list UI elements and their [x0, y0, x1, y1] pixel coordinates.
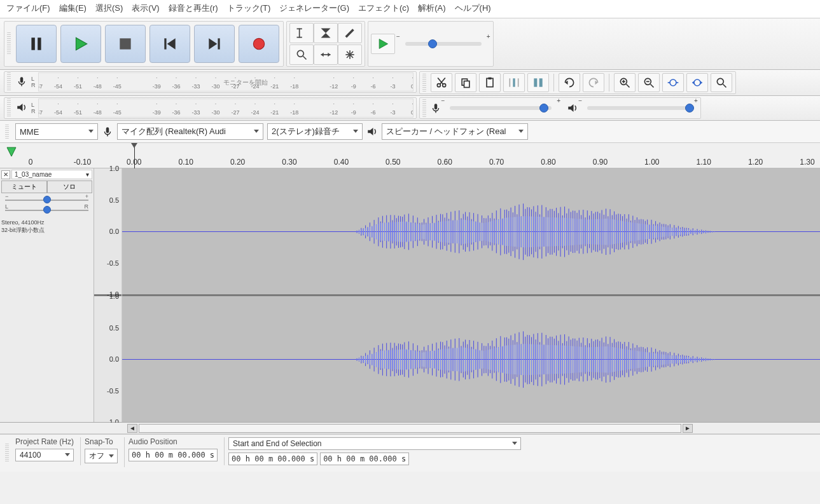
svg-marker-13 — [321, 33, 331, 38]
copy-icon[interactable] — [455, 73, 476, 92]
gripper-icon[interactable] — [422, 74, 426, 92]
menu-view[interactable]: 表示(V) — [132, 3, 159, 14]
zoom-in-icon[interactable] — [614, 73, 636, 92]
menu-effect[interactable]: エフェクト(c) — [358, 3, 409, 14]
close-track-button[interactable]: ✕ — [1, 170, 10, 179]
svg-rect-7 — [218, 38, 219, 49]
trim-icon[interactable] — [503, 73, 525, 92]
waveform-area[interactable] — [122, 168, 820, 422]
meter-row-2: LR -57·-54·-51·-48·-45·-39·-36·-33·-30·-… — [0, 96, 820, 121]
gripper-icon[interactable] — [5, 125, 9, 139]
svg-point-54 — [717, 78, 723, 85]
svg-point-8 — [253, 38, 264, 49]
pin-icon[interactable] — [5, 146, 18, 158]
menu-file[interactable]: ファイル(F) — [6, 3, 50, 14]
silence-icon[interactable] — [527, 73, 549, 92]
vertical-scale[interactable]: 1.00.50.0-0.5-1.0 1.00.50.0-0.5-1.0 — [94, 168, 122, 422]
recording-device-combo[interactable]: マイク配列 (Realtek(R) Audi — [117, 123, 263, 140]
playback-speed-slider[interactable] — [405, 42, 482, 46]
zoom-out-icon[interactable] — [638, 73, 660, 92]
transport-toolbar — [4, 21, 284, 67]
timeline[interactable]: 0-0.100.000.100.200.300.400.500.600.700.… — [0, 143, 820, 168]
envelope-tool-icon[interactable] — [314, 23, 338, 43]
edit-toolbar — [419, 71, 736, 94]
play-button[interactable] — [60, 25, 101, 63]
waveform-right-channel[interactable] — [122, 296, 820, 422]
svg-marker-18 — [328, 53, 330, 57]
solo-button[interactable]: ソロ — [47, 180, 93, 193]
skip-start-button[interactable] — [149, 25, 190, 63]
selection-start-field[interactable]: 00 h 00 m 00.000 s — [228, 453, 317, 465]
pause-button[interactable] — [16, 25, 57, 63]
skip-end-button[interactable] — [194, 25, 235, 63]
svg-marker-5 — [167, 38, 176, 49]
gripper-icon[interactable] — [5, 444, 9, 463]
separator-icon — [609, 74, 609, 92]
svg-point-51 — [694, 79, 700, 86]
zoom-toggle-icon[interactable] — [711, 73, 732, 92]
audio-position-field[interactable]: 00 h 00 m 00.000 s — [129, 449, 218, 461]
gripper-icon[interactable] — [422, 99, 426, 117]
horizontal-scrollbar[interactable]: ◄ ► — [0, 423, 820, 434]
gripper-icon[interactable] — [7, 99, 11, 118]
menubar: ファイル(F) 編集(E) 選択(S) 表示(V) 録音と再生(r) トラック(… — [0, 0, 820, 18]
waveform-left-channel[interactable] — [122, 168, 820, 296]
gain-slider[interactable]: − + — [5, 197, 88, 203]
mute-button[interactable]: ミュート — [1, 180, 47, 193]
menu-select[interactable]: 選択(S) — [95, 3, 123, 14]
selection-end-field[interactable]: 00 h 00 m 00.000 s — [320, 453, 409, 465]
meter-row: LR モニターを開始 -57·-54·-51·-48·-45·-39·-36·-… — [0, 70, 820, 96]
plus-icon: + — [487, 33, 490, 40]
menu-transport[interactable]: 録音と再生(r) — [169, 3, 218, 14]
playback-volume-slider[interactable] — [587, 106, 689, 110]
play-at-speed-button[interactable] — [371, 34, 395, 54]
zoom-tool-icon[interactable] — [289, 44, 314, 65]
stop-button[interactable] — [105, 25, 146, 63]
menu-generate[interactable]: ジェネレーター(G) — [279, 3, 349, 14]
project-rate-label: Project Rate (Hz) — [15, 437, 74, 446]
recording-volume-slider[interactable] — [450, 106, 552, 110]
redo-icon[interactable] — [583, 73, 604, 92]
selection-toolbar: Project Rate (Hz) 44100 Snap-To オフ Audio… — [0, 434, 820, 472]
svg-marker-56 — [17, 104, 22, 111]
undo-icon[interactable] — [559, 73, 580, 92]
svg-rect-60 — [106, 127, 109, 133]
menu-analyze[interactable]: 解析(A) — [418, 3, 445, 14]
snap-to-combo[interactable]: オフ — [85, 449, 118, 463]
fit-selection-icon[interactable] — [662, 73, 684, 92]
svg-marker-63 — [7, 147, 16, 156]
gripper-icon[interactable] — [7, 32, 11, 55]
playback-meter[interactable]: LR -57·-54·-51·-48·-45·-39·-36·-33·-30·-… — [4, 97, 417, 119]
multi-tool-icon[interactable] — [338, 44, 362, 65]
selection-tool-icon[interactable] — [289, 23, 314, 43]
gripper-icon[interactable] — [7, 72, 11, 92]
menu-tracks[interactable]: トラック(T) — [227, 3, 271, 14]
pan-slider[interactable]: L R — [5, 207, 88, 214]
recording-meter[interactable]: LR モニターを開始 -57·-54·-51·-48·-45·-39·-36·-… — [4, 71, 417, 93]
recording-channels-combo[interactable]: 2(ステレオ)録音チ — [267, 123, 363, 140]
audio-host-combo[interactable]: MME — [15, 123, 98, 140]
timeshift-tool-icon[interactable] — [314, 44, 338, 65]
draw-tool-icon[interactable] — [338, 23, 362, 43]
svg-rect-33 — [488, 78, 491, 79]
svg-rect-0 — [31, 37, 34, 50]
svg-rect-10 — [297, 29, 302, 30]
paste-icon[interactable] — [479, 73, 501, 92]
monitor-hint[interactable]: モニターを開始 — [223, 78, 268, 87]
menu-help[interactable]: ヘルプ(H) — [455, 3, 491, 14]
track-name-dropdown[interactable]: 1_03_namae▾ — [11, 170, 92, 179]
svg-marker-52 — [691, 81, 693, 85]
playback-device-combo[interactable]: スピーカー / ヘッドフォン (Real — [382, 123, 528, 140]
plus-icon: + — [694, 97, 698, 104]
menu-edit[interactable]: 編集(E) — [59, 3, 87, 14]
record-button[interactable] — [239, 25, 279, 63]
project-rate-combo[interactable]: 44100 — [15, 449, 74, 461]
fit-project-icon[interactable] — [686, 73, 708, 92]
scroll-left-icon[interactable]: ◄ — [127, 424, 137, 433]
svg-marker-2 — [76, 37, 87, 50]
minus-icon: − — [5, 193, 8, 200]
svg-rect-1 — [38, 37, 41, 50]
cut-icon[interactable] — [431, 73, 452, 92]
scroll-right-icon[interactable]: ► — [683, 424, 693, 433]
selection-mode-combo[interactable]: Start and End of Selection — [228, 437, 521, 450]
